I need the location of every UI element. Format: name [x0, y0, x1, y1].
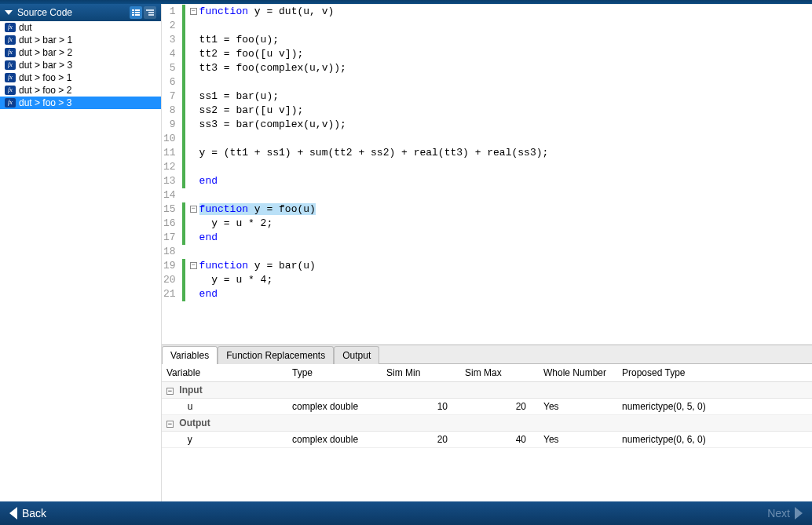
function-icon: fx — [5, 35, 16, 45]
sidebar-item-label: dut > bar > 1 — [19, 35, 72, 46]
code-lines[interactable]: −function y = dut(u, v)tt1 = foo(u);tt2 … — [182, 5, 812, 345]
svg-rect-4 — [132, 14, 134, 16]
svg-rect-6 — [146, 9, 154, 11]
code-line[interactable]: tt1 = foo(u); — [199, 33, 812, 47]
svg-rect-2 — [132, 12, 134, 13]
code-line[interactable] — [199, 75, 812, 89]
table-row[interactable]: ucomplex double1020Yesnumerictype(0, 5, … — [162, 399, 812, 415]
svg-rect-8 — [148, 14, 154, 16]
code-line[interactable] — [199, 19, 812, 33]
function-icon: fx — [5, 73, 16, 82]
code-line[interactable]: end — [199, 174, 812, 188]
column-header[interactable]: Type — [287, 364, 382, 382]
function-icon: fx — [5, 23, 16, 32]
code-line[interactable]: y = u * 4; — [199, 273, 812, 287]
code-line[interactable]: ss3 = bar(complex(u,v)); — [199, 118, 812, 132]
collapse-icon[interactable]: − — [166, 388, 174, 395]
sidebar-view-icons — [130, 6, 156, 19]
sidebar-title: Source Code — [17, 7, 130, 18]
sidebar-item[interactable]: fxdut > bar > 2 — [0, 46, 161, 59]
collapse-triangle-icon[interactable] — [5, 10, 13, 15]
sidebar-item[interactable]: fxdut > foo > 3 — [0, 97, 161, 109]
footer: Back Next — [0, 501, 812, 525]
function-icon: fx — [5, 60, 16, 70]
sidebar-item-label: dut > foo > 2 — [19, 85, 71, 96]
tab[interactable]: Variables — [162, 346, 218, 364]
next-button: Next — [767, 507, 803, 520]
code-line[interactable]: −function y = bar(u) — [199, 259, 812, 273]
fold-icon[interactable]: − — [190, 206, 197, 213]
column-header[interactable]: Variable — [162, 364, 287, 382]
fold-icon[interactable]: − — [190, 8, 197, 15]
next-label: Next — [767, 507, 790, 520]
code-line[interactable]: y = u * 2; — [199, 217, 812, 231]
code-line[interactable] — [199, 188, 812, 202]
sidebar-header[interactable]: Source Code — [0, 4, 161, 21]
group-row[interactable]: − Input — [162, 382, 812, 399]
svg-rect-5 — [135, 14, 140, 16]
arrow-left-icon — [9, 507, 17, 520]
collapse-icon[interactable]: − — [166, 421, 174, 428]
fold-icon[interactable]: − — [190, 262, 197, 269]
code-line[interactable]: end — [199, 231, 812, 245]
tab[interactable]: Function Replacements — [218, 346, 334, 364]
sidebar-item-label: dut > bar > 2 — [19, 47, 72, 58]
back-button[interactable]: Back — [9, 507, 46, 520]
line-number-gutter: 123456789101112131415161718192021 — [162, 5, 182, 345]
code-line[interactable]: −function y = dut(u, v) — [199, 5, 812, 19]
svg-rect-3 — [135, 12, 140, 13]
group-row[interactable]: − Output — [162, 415, 812, 432]
back-label: Back — [22, 507, 46, 520]
code-line[interactable]: ss2 = bar([u v]); — [199, 104, 812, 118]
code-line[interactable]: end — [199, 287, 812, 301]
code-line[interactable] — [199, 160, 812, 174]
variables-table: VariableTypeSim MinSim MaxWhole NumberPr… — [162, 364, 812, 448]
code-area[interactable]: 123456789101112131415161718192021 −funct… — [162, 4, 812, 345]
code-line[interactable]: y = (tt1 + ss1) + sum(tt2 + ss2) + real(… — [199, 146, 812, 160]
sidebar-item[interactable]: fxdut > foo > 2 — [0, 84, 161, 97]
sidebar-item-label: dut > foo > 3 — [19, 97, 71, 108]
function-icon: fx — [5, 48, 16, 57]
code-line[interactable] — [199, 245, 812, 259]
list-view-icon[interactable] — [130, 6, 142, 19]
tree-view-icon[interactable] — [144, 6, 156, 19]
variables-table-wrapper: VariableTypeSim MinSim MaxWhole NumberPr… — [162, 364, 812, 501]
function-tree: fxdutfxdut > bar > 1fxdut > bar > 2fxdut… — [0, 21, 161, 501]
sidebar-item[interactable]: fxdut — [0, 21, 161, 34]
code-line[interactable]: tt2 = foo([u v]); — [199, 47, 812, 61]
function-icon: fx — [5, 98, 16, 108]
code-line[interactable]: ss1 = bar(u); — [199, 89, 812, 104]
sidebar: Source Code fxdutfxdut > bar > 1fxdut > … — [0, 4, 162, 501]
sidebar-item[interactable]: fxdut > foo > 1 — [0, 71, 161, 84]
sidebar-item-label: dut > foo > 1 — [19, 72, 71, 83]
arrow-right-icon — [795, 507, 803, 520]
column-header[interactable]: Proposed Type — [617, 364, 812, 382]
bottom-panel: VariablesFunction ReplacementsOutput Var… — [162, 345, 812, 501]
column-header[interactable]: Sim Max — [460, 364, 539, 382]
content-row: Source Code fxdutfxdut > bar > 1fxdut > … — [0, 4, 812, 501]
tab[interactable]: Output — [334, 346, 379, 364]
svg-rect-0 — [132, 9, 134, 11]
sidebar-item-label: dut > bar > 3 — [19, 60, 72, 71]
bottom-tabs: VariablesFunction ReplacementsOutput — [162, 345, 812, 364]
sidebar-item-label: dut — [19, 22, 32, 33]
table-row[interactable]: ycomplex double2040Yesnumerictype(0, 6, … — [162, 432, 812, 448]
svg-rect-1 — [135, 9, 140, 11]
code-line[interactable]: tt3 = foo(complex(u,v)); — [199, 61, 812, 75]
column-header[interactable]: Sim Min — [382, 364, 460, 382]
function-icon: fx — [5, 86, 16, 95]
sidebar-item[interactable]: fxdut > bar > 1 — [0, 34, 161, 46]
svg-rect-7 — [148, 12, 154, 13]
column-header[interactable]: Whole Number — [539, 364, 617, 382]
sidebar-item[interactable]: fxdut > bar > 3 — [0, 59, 161, 71]
code-line[interactable]: −function y = foo(u) — [199, 202, 812, 217]
code-line[interactable] — [199, 132, 812, 146]
editor-panel: 123456789101112131415161718192021 −funct… — [162, 4, 812, 501]
